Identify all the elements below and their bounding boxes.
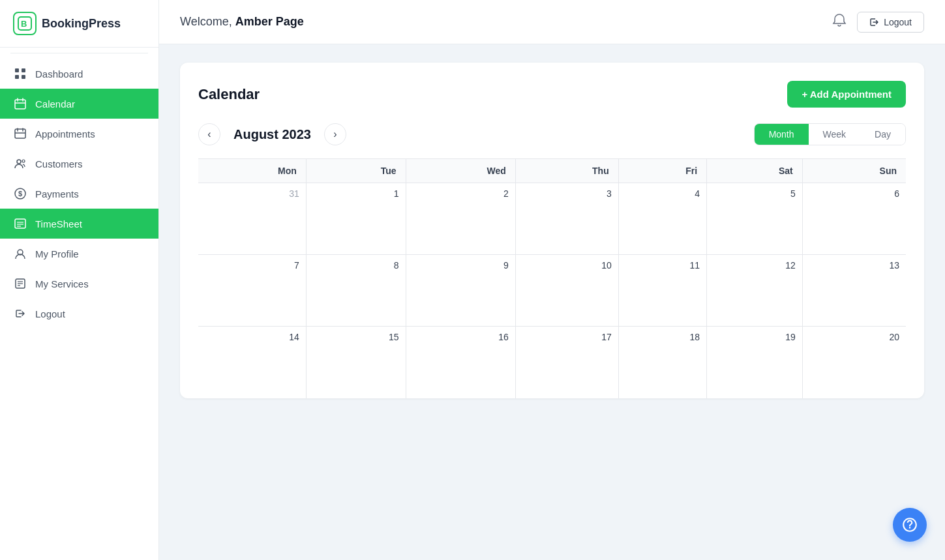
calendar-body: 31 1 2 3 4 5 6 7 8 9 10 11 xyxy=(198,183,906,398)
header-fri: Fri xyxy=(618,159,706,183)
svg-rect-6 xyxy=(15,100,25,109)
sidebar-item-my-services[interactable]: My Services xyxy=(0,269,158,299)
main-content: Welcome, Amber Page Logout Calendar + Ad… xyxy=(159,0,945,560)
calendar-cell[interactable]: 18 xyxy=(618,327,706,398)
sidebar-item-my-profile[interactable]: My Profile xyxy=(0,239,158,269)
svg-text:$: $ xyxy=(18,190,22,198)
support-button[interactable] xyxy=(893,508,927,542)
appointments-icon xyxy=(13,128,27,140)
header-sat: Sat xyxy=(707,159,803,183)
sidebar-label-logout: Logout xyxy=(35,308,65,319)
svg-point-14 xyxy=(17,160,21,164)
header-mon: Mon xyxy=(198,159,306,183)
calendar-cell[interactable]: 9 xyxy=(406,255,515,327)
header-tue: Tue xyxy=(306,159,406,183)
sidebar: B BookingPress Dashboard Calendar Appoin… xyxy=(0,0,159,560)
header-thu: Thu xyxy=(515,159,618,183)
calendar-grid: Mon Tue Wed Thu Fri Sat Sun 31 1 2 xyxy=(198,158,906,398)
calendar-cell[interactable]: 14 xyxy=(198,327,306,398)
bell-icon[interactable] xyxy=(832,13,847,31)
svg-rect-2 xyxy=(15,68,19,72)
table-row: 14 15 16 17 18 19 20 xyxy=(198,327,906,398)
calendar-cell[interactable]: 7 xyxy=(198,255,306,327)
add-appointment-button[interactable]: + Add Appointment xyxy=(787,81,906,108)
sidebar-label-my-services: My Services xyxy=(35,278,89,289)
calendar-icon xyxy=(13,98,27,110)
sidebar-item-logout[interactable]: Logout xyxy=(0,299,158,329)
sidebar-divider xyxy=(10,53,148,53)
calendar-days-header: Mon Tue Wed Thu Fri Sat Sun xyxy=(198,159,906,183)
calendar-nav: ‹ August 2023 › Month Week Day xyxy=(198,123,906,145)
svg-text:B: B xyxy=(21,19,27,29)
welcome-text: Welcome, Amber Page xyxy=(180,15,304,29)
calendar-cell[interactable]: 13 xyxy=(802,255,906,327)
calendar-cell[interactable]: 6 xyxy=(802,183,906,255)
svg-rect-5 xyxy=(22,75,25,79)
calendar-card: Calendar + Add Appointment ‹ August 2023… xyxy=(180,63,924,398)
calendar-cell[interactable]: 5 xyxy=(707,183,803,255)
welcome-prefix: Welcome, xyxy=(180,15,235,28)
sidebar-item-appointments[interactable]: Appointments xyxy=(0,119,158,149)
sidebar-label-my-profile: My Profile xyxy=(35,248,79,259)
calendar-cell[interactable]: 1 xyxy=(306,183,406,255)
calendar-cell[interactable]: 16 xyxy=(406,327,515,398)
customers-icon xyxy=(13,158,27,169)
calendar-cell[interactable]: 20 xyxy=(802,327,906,398)
header: Welcome, Amber Page Logout xyxy=(159,0,945,44)
calendar-title: Calendar xyxy=(198,86,260,103)
svg-rect-3 xyxy=(22,68,25,72)
current-month: August 2023 xyxy=(233,127,311,142)
sidebar-label-timesheet: TimeSheet xyxy=(35,218,82,229)
calendar-header: Calendar + Add Appointment xyxy=(198,81,906,108)
logo-area: B BookingPress xyxy=(0,0,158,48)
sidebar-item-dashboard[interactable]: Dashboard xyxy=(0,59,158,89)
logo-icon: B xyxy=(13,12,37,35)
sidebar-item-timesheet[interactable]: TimeSheet xyxy=(0,209,158,239)
calendar-cell[interactable]: 15 xyxy=(306,327,406,398)
sidebar-item-customers[interactable]: Customers xyxy=(0,149,158,179)
header-right: Logout xyxy=(832,12,924,33)
sidebar-label-appointments: Appointments xyxy=(35,128,95,140)
dashboard-icon xyxy=(13,68,27,80)
user-name: Amber Page xyxy=(235,15,304,28)
month-navigation: ‹ August 2023 › xyxy=(198,123,346,145)
calendar-cell[interactable]: 17 xyxy=(515,327,618,398)
header-logout-button[interactable]: Logout xyxy=(857,12,924,33)
calendar-cell[interactable]: 3 xyxy=(515,183,618,255)
prev-month-button[interactable]: ‹ xyxy=(198,123,220,145)
view-day-button[interactable]: Day xyxy=(860,124,905,145)
svg-rect-18 xyxy=(15,219,25,228)
payments-icon: $ xyxy=(13,188,27,199)
sidebar-label-dashboard: Dashboard xyxy=(35,68,83,80)
calendar-cell[interactable]: 31 xyxy=(198,183,306,255)
svg-rect-4 xyxy=(15,75,19,79)
sidebar-logout-icon xyxy=(13,308,27,319)
next-month-button[interactable]: › xyxy=(324,123,346,145)
view-month-button[interactable]: Month xyxy=(755,124,809,145)
svg-rect-10 xyxy=(15,129,25,138)
calendar-cell[interactable]: 11 xyxy=(618,255,706,327)
calendar-cell[interactable]: 10 xyxy=(515,255,618,327)
calendar-cell[interactable]: 4 xyxy=(618,183,706,255)
calendar-cell[interactable]: 2 xyxy=(406,183,515,255)
table-row: 31 1 2 3 4 5 6 xyxy=(198,183,906,255)
sidebar-label-payments: Payments xyxy=(35,188,79,199)
timesheet-icon xyxy=(13,218,27,229)
content-area: Calendar + Add Appointment ‹ August 2023… xyxy=(159,44,945,560)
logout-label: Logout xyxy=(884,17,912,27)
sidebar-label-customers: Customers xyxy=(35,158,83,169)
sidebar-item-calendar[interactable]: Calendar xyxy=(0,89,158,119)
calendar-cell[interactable]: 12 xyxy=(707,255,803,327)
sidebar-label-calendar: Calendar xyxy=(35,98,75,110)
table-row: 7 8 9 10 11 12 13 xyxy=(198,255,906,327)
header-wed: Wed xyxy=(406,159,515,183)
view-toggle: Month Week Day xyxy=(754,123,906,145)
sidebar-item-payments[interactable]: $ Payments xyxy=(0,179,158,209)
logo-text: BookingPress xyxy=(42,17,121,31)
header-sun: Sun xyxy=(802,159,906,183)
view-week-button[interactable]: Week xyxy=(809,124,861,145)
svg-point-15 xyxy=(22,160,25,162)
calendar-cell[interactable]: 19 xyxy=(707,327,803,398)
calendar-cell[interactable]: 8 xyxy=(306,255,406,327)
my-profile-icon xyxy=(13,248,27,259)
